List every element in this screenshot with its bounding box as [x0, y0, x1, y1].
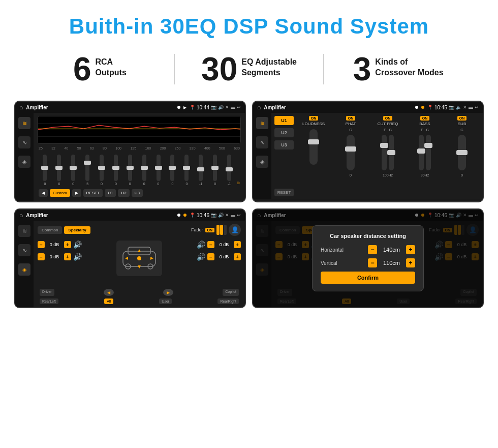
phat-slider[interactable] — [347, 135, 355, 170]
arrow-right-icon[interactable]: » — [237, 180, 240, 186]
confirm-button[interactable]: Confirm — [321, 272, 415, 284]
db-minus-l1[interactable]: − — [38, 241, 45, 248]
db-value-l1: 0 dB — [47, 242, 62, 247]
fader-bar-2 — [220, 225, 223, 235]
vertical-plus[interactable]: + — [406, 258, 415, 267]
rearright-btn-3[interactable]: RearRight — [217, 298, 239, 304]
db-minus-r2[interactable]: − — [207, 253, 214, 260]
speaker-sm-l2: 🔊 — [73, 253, 82, 261]
wave-sidebar-icon-3[interactable]: ∿ — [18, 244, 30, 256]
eq-track-0[interactable] — [43, 155, 47, 181]
eq-track-7[interactable] — [142, 155, 146, 181]
vertical-minus[interactable]: − — [368, 258, 377, 267]
eq-track-2[interactable] — [71, 155, 75, 181]
eq-slider-3: 5 — [81, 155, 94, 186]
u3-btn[interactable]: U3 — [132, 189, 143, 197]
bass-slider-f[interactable] — [419, 135, 424, 170]
wave-sidebar-icon[interactable]: ∿ — [18, 136, 30, 148]
volume-icon-3: 🔊 — [218, 213, 224, 218]
sidebar-icons-1: ≋ ∿ ◈ — [15, 113, 34, 201]
stat-number-eq: 30 — [201, 53, 237, 85]
freq-400: 400 — [204, 146, 210, 150]
fader-content: Common Specialty Fader ON 👤 — [34, 221, 245, 307]
db-plus-r1[interactable]: + — [234, 241, 241, 248]
status-bar-2: ⌂ Amplifier 📍 10:45 📷 🔈 ✕ ▬ ↩ — [253, 102, 483, 113]
fader-on-toggle[interactable]: ON — [205, 228, 215, 232]
horizontal-plus[interactable]: + — [406, 245, 415, 254]
channel-buttons: U1 U2 U3 RESET — [274, 116, 294, 196]
u1-channel-btn[interactable]: U1 — [274, 116, 294, 125]
rearleft-btn-3[interactable]: RearLeft — [40, 298, 58, 304]
eq-slider-9: 0 — [166, 155, 179, 186]
status-bar-3: ⌂ Amplifier 📍 10:46 📷 🔊 ✕ ▬ ↩ — [15, 210, 245, 221]
eq-slider-4: 0 — [96, 155, 108, 186]
battery-icon-2: ▬ — [469, 105, 473, 110]
user-btn-3[interactable]: User — [159, 298, 172, 304]
copilot-btn-3[interactable]: Copilot — [223, 289, 239, 296]
horizontal-label: Horizontal — [321, 247, 344, 253]
reset-btn[interactable]: RESET — [83, 189, 103, 197]
eq-track-1[interactable] — [57, 155, 61, 181]
u1-btn[interactable]: U1 — [105, 189, 116, 197]
loudness-slider[interactable] — [309, 129, 318, 165]
dialog-box: Car speaker distance setting Horizontal … — [312, 225, 424, 291]
speaker-sidebar-icon[interactable]: ◈ — [18, 156, 30, 168]
db-minus-r1[interactable]: − — [207, 241, 214, 248]
u2-channel-btn[interactable]: U2 — [274, 128, 294, 137]
eq-track-6[interactable] — [128, 155, 132, 181]
eq-track-9[interactable] — [170, 155, 174, 181]
freq-250: 250 — [175, 146, 181, 150]
cutfreq-on: ON — [383, 116, 393, 121]
eq-track-4[interactable] — [100, 155, 104, 181]
common-tab-3[interactable]: Common — [38, 226, 62, 234]
screen-body-3: ≋ ∿ ◈ Common Specialty Fader ON — [15, 221, 245, 307]
freq-200: 200 — [160, 146, 166, 150]
eq-track-3[interactable] — [85, 155, 89, 181]
sub-slider[interactable] — [458, 135, 466, 170]
db-minus-l2[interactable]: − — [38, 253, 45, 260]
db-plus-l2[interactable]: + — [64, 253, 71, 260]
freq-100: 100 — [115, 146, 121, 150]
stat-number-crossover: 3 — [353, 53, 371, 85]
eq-sidebar-icon-3[interactable]: ≋ — [18, 225, 30, 237]
specialty-tab-3[interactable]: Specialty — [64, 226, 90, 234]
eq-track-12[interactable] — [213, 155, 217, 181]
bass-slider-g[interactable] — [426, 135, 431, 170]
driver-btn-3[interactable]: Driver — [40, 289, 54, 296]
avatar-btn-3[interactable]: 👤 — [229, 224, 241, 236]
freq-500: 500 — [219, 146, 225, 150]
prev-btn[interactable]: ◀ — [39, 189, 48, 197]
eq-track-11[interactable] — [199, 155, 203, 181]
eq-sidebar-icon[interactable]: ≋ — [18, 117, 30, 129]
battery-icon-3: ▬ — [231, 213, 235, 218]
reset-channel-btn[interactable]: RESET — [274, 189, 294, 196]
play-eq-btn[interactable]: ▶ — [72, 189, 81, 197]
u3-channel-btn[interactable]: U3 — [274, 140, 294, 150]
eq-sidebar-icon-2[interactable]: ≋ — [256, 117, 268, 129]
horizontal-minus[interactable]: − — [368, 245, 377, 254]
wave-sidebar-icon-2[interactable]: ∿ — [256, 136, 268, 148]
all-btn-3[interactable]: All — [104, 298, 113, 304]
custom-btn[interactable]: Custom — [50, 189, 70, 197]
dialog-overlay: Car speaker distance setting Horizontal … — [253, 210, 483, 307]
cutfreq-slider-g[interactable] — [389, 135, 394, 170]
home-icon-3: ⌂ — [19, 212, 23, 219]
screenshots-grid: ⌂ Amplifier ▶ 📍 10:44 📷 🔊 ✕ ▬ ↩ ≋ ∿ ◈ — [0, 96, 498, 318]
eq-track-5[interactable] — [114, 155, 118, 181]
eq-track-13[interactable] — [227, 155, 231, 181]
eq-slider-1: 0 — [53, 155, 66, 186]
car-svg-3 — [119, 242, 160, 275]
cutfreq-slider-f[interactable] — [382, 135, 387, 170]
sidebar-icons-2: ≋ ∿ ◈ — [253, 113, 271, 199]
speaker-sidebar-icon-3[interactable]: ◈ — [18, 263, 30, 276]
screen-body-2: ≋ ∿ ◈ U1 U2 U3 RESET ON LOUDNESS — [253, 113, 483, 199]
db-plus-r2[interactable]: + — [234, 253, 241, 260]
speaker-sidebar-icon-2[interactable]: ◈ — [256, 156, 268, 168]
u2-btn[interactable]: U2 — [118, 189, 129, 197]
app-title-2: Amplifier — [264, 105, 412, 110]
db-plus-l1[interactable]: + — [64, 241, 71, 248]
eq-track-10[interactable] — [184, 155, 189, 181]
screen-eq: ⌂ Amplifier ▶ 📍 10:44 📷 🔊 ✕ ▬ ↩ ≋ ∿ ◈ — [14, 101, 246, 202]
eq-track-8[interactable] — [157, 155, 161, 181]
stat-sublabel-rca: Outputs — [95, 68, 126, 78]
